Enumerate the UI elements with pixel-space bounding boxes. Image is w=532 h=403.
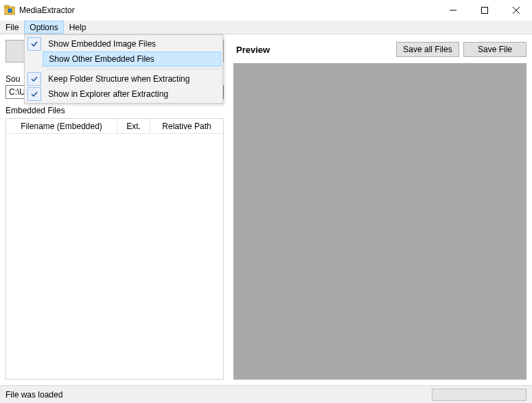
check-icon: [26, 87, 43, 101]
menu-item-show-images[interactable]: Show Embedded Image Files: [26, 36, 221, 51]
options-dropdown: Show Embedded Image Files Show Other Emb…: [24, 34, 223, 104]
embedded-files-label: Embedded Files: [5, 106, 65, 115]
menu-item-show-other[interactable]: Show Other Embedded Files: [26, 51, 221, 67]
menu-item-label: Show in Explorer after Extracting: [43, 87, 221, 102]
right-pane: Preview Save all Files Save File: [231, 34, 532, 385]
status-text: File was loaded: [5, 390, 432, 400]
menu-options-label: Options: [30, 23, 58, 32]
column-filename[interactable]: Filename (Embedded): [6, 119, 117, 133]
menu-file-label: File: [5, 23, 19, 32]
status-progress-box: [432, 389, 527, 401]
menu-help-label: Help: [69, 23, 86, 32]
svg-rect-4: [482, 7, 488, 13]
menu-item-label: Show Embedded Image Files: [43, 36, 221, 51]
column-ext[interactable]: Ext.: [117, 119, 150, 133]
window-title: MediaExtractor: [19, 5, 437, 15]
column-label: Relative Path: [162, 122, 211, 131]
menu-bar: File Options Show Embedded Image Files S…: [0, 21, 532, 34]
column-relpath[interactable]: Relative Path: [150, 119, 223, 133]
save-all-button[interactable]: Save all Files: [396, 42, 459, 57]
window-controls: [437, 0, 532, 20]
minimize-button[interactable]: [437, 0, 469, 20]
menu-item-label: Keep Folder Structure when Extracting: [43, 71, 221, 87]
menu-separator: [47, 69, 220, 69]
preview-header: Preview Save all Files Save File: [233, 40, 527, 59]
menu-options[interactable]: Options Show Embedded Image Files Show O…: [24, 21, 63, 34]
menu-item-keep-folder[interactable]: Keep Folder Structure when Extracting: [26, 71, 221, 87]
menu-item-label: Show Other Embedded Files: [43, 51, 221, 67]
svg-rect-1: [5, 5, 9, 8]
menu-item-show-explorer[interactable]: Show in Explorer after Extracting: [26, 87, 221, 102]
check-icon: [26, 37, 43, 51]
maximize-button[interactable]: [469, 0, 500, 20]
close-button[interactable]: [500, 0, 532, 20]
menu-file[interactable]: File: [0, 21, 24, 34]
table-header: Filename (Embedded) Ext. Relative Path: [6, 119, 223, 134]
save-file-button[interactable]: Save File: [463, 42, 527, 57]
column-label: Filename (Embedded): [21, 122, 102, 131]
preview-area: [233, 63, 527, 380]
preview-title: Preview: [233, 45, 392, 55]
app-icon: [4, 5, 15, 16]
status-bar: File was loaded: [0, 385, 532, 403]
title-bar: MediaExtractor: [0, 0, 532, 21]
source-label: Sou: [5, 74, 20, 84]
embedded-files-table[interactable]: Filename (Embedded) Ext. Relative Path: [5, 118, 224, 380]
svg-rect-2: [8, 9, 12, 12]
menu-help[interactable]: Help: [64, 21, 92, 34]
check-icon: [26, 72, 43, 86]
column-label: Ext.: [126, 122, 141, 131]
